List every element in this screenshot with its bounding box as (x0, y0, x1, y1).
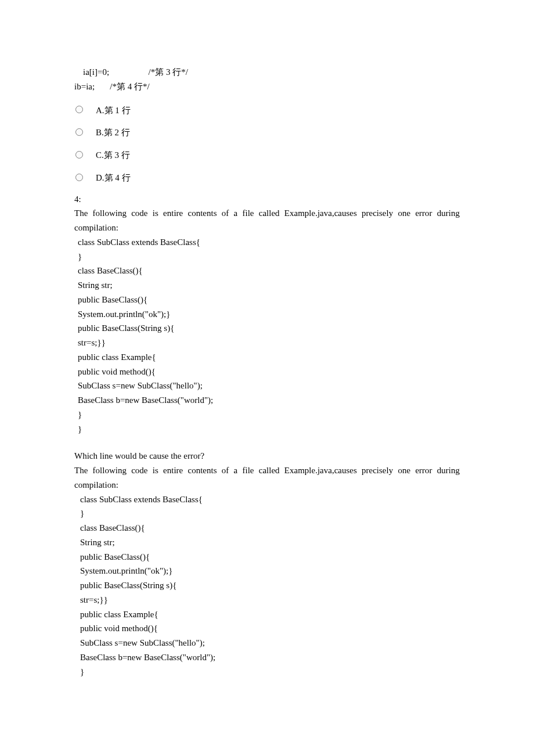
option-label: C.第 3 行 (96, 148, 130, 163)
code-line: BaseClass b=new BaseClass("world"); (78, 393, 460, 408)
code-line: public BaseClass(){ (80, 550, 460, 564)
question-number: 4: (74, 192, 460, 207)
code-line: SubClass s=new SubClass("hello"); (78, 379, 460, 393)
code-line: str=s;}} (80, 593, 460, 607)
code-line: String str; (78, 278, 460, 293)
code-line: } (78, 250, 460, 264)
option-label: D.第 4 行 (96, 171, 131, 185)
radio-icon[interactable] (75, 106, 83, 113)
code-line: public class Example{ (80, 607, 460, 622)
code-line: } (78, 422, 460, 437)
code-line: System.out.println("ok");} (78, 307, 460, 322)
code-line: public BaseClass(){ (78, 293, 460, 307)
radio-icon[interactable] (75, 151, 83, 159)
option-c[interactable]: C.第 3 行 (75, 147, 460, 161)
code-line: String str; (80, 535, 460, 550)
option-label: B.第 2 行 (96, 125, 130, 140)
option-a[interactable]: A.第 1 行 (75, 102, 460, 117)
option-label: A.第 1 行 (96, 103, 131, 118)
question-stem-repeat: The following code is entire contents of… (74, 463, 460, 492)
code-line: public void method(){ (78, 365, 460, 379)
code-line: str=s;}} (78, 336, 460, 350)
code-line: public void method(){ (80, 621, 460, 636)
code-line: class SubClass extends BaseClass{ (80, 492, 460, 507)
radio-icon[interactable] (75, 174, 83, 181)
document-page: ia[i]=0; /*第 3 行*/ ib=ia; /*第 4 行*/ A.第 … (0, 0, 534, 725)
code-line: class BaseClass(){ (80, 521, 460, 535)
spacer (74, 436, 460, 449)
code-line: public class Example{ (78, 350, 460, 365)
code-line: public BaseClass(String s){ (78, 321, 460, 336)
option-d[interactable]: D.第 4 行 (75, 170, 460, 184)
code-line: BaseClass b=new BaseClass("world"); (80, 650, 460, 665)
code-fragment-line: ib=ia; /*第 4 行*/ (74, 80, 460, 94)
code-line: SubClass s=new SubClass("hello"); (80, 636, 460, 650)
code-line: class BaseClass(){ (78, 264, 460, 278)
option-b[interactable]: B.第 2 行 (75, 124, 460, 139)
code-line: class SubClass extends BaseClass{ (78, 235, 460, 250)
question-text: Which line would be cause the error? (74, 449, 460, 463)
code-line: } (78, 408, 460, 422)
code-fragment-line: ia[i]=0; /*第 3 行*/ (74, 65, 460, 80)
code-block-2: class SubClass extends BaseClass{ } clas… (74, 492, 460, 679)
code-line: } (80, 506, 460, 521)
code-line: public BaseClass(String s){ (80, 578, 460, 593)
code-block-1: class SubClass extends BaseClass{ } clas… (74, 235, 460, 437)
code-line: } (80, 665, 460, 679)
radio-icon[interactable] (75, 128, 83, 136)
question-stem: The following code is entire contents of… (74, 206, 460, 235)
code-line: System.out.println("ok");} (80, 564, 460, 578)
